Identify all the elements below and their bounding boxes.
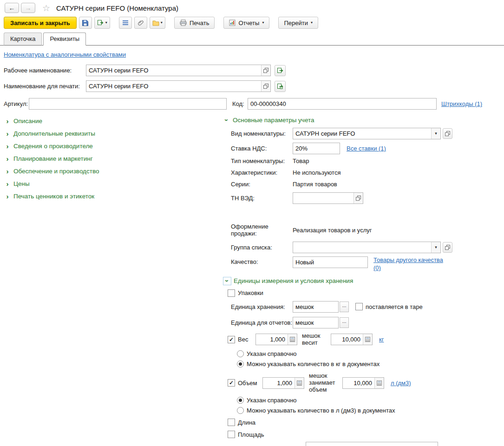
weight-checkbox[interactable]: ✓	[228, 336, 235, 343]
article-field	[29, 98, 227, 110]
report-unit-input[interactable]	[293, 317, 338, 328]
section-prices[interactable]: › Цены	[4, 180, 223, 187]
tnved-input[interactable]	[293, 193, 353, 203]
quality-input[interactable]	[293, 257, 367, 268]
weight-in-docs-radio[interactable]	[237, 361, 244, 367]
weight-reference-radio[interactable]	[237, 350, 244, 357]
section-supply-production[interactable]: › Обеспечение и производство	[4, 167, 223, 175]
forward-button[interactable]: →	[21, 3, 35, 13]
tare-label[interactable]: поставляется в таре	[366, 303, 423, 310]
weight-in-docs-label[interactable]: Можно указывать количество в кг в докуме…	[247, 361, 380, 367]
area-row: Площадь	[223, 431, 500, 438]
weight-kg-input[interactable]	[331, 334, 363, 345]
favorite-star-icon[interactable]: ☆	[42, 4, 50, 13]
list-group-input[interactable]	[293, 242, 431, 253]
based-on-icon	[97, 20, 104, 26]
chevron-glyph: ›	[5, 181, 11, 187]
all-vat-rates-link[interactable]: Все ставки (1)	[347, 145, 386, 152]
tare-checkbox[interactable]	[355, 303, 363, 310]
print-name-input[interactable]	[86, 81, 261, 92]
packaging-label[interactable]: Упаковки	[238, 289, 263, 296]
calculator-icon	[297, 380, 302, 386]
barcodes-link[interactable]: Штрихкоды (1)	[441, 100, 482, 107]
create-based-on-button[interactable]: ▾	[94, 17, 110, 29]
section-price-tags-labels[interactable]: › Печать ценников и этикеток	[4, 192, 223, 200]
volume-in-docs-radio[interactable]	[237, 407, 244, 414]
article-input[interactable]	[29, 98, 226, 109]
main-params-header[interactable]: › Основные параметры учета	[223, 116, 500, 124]
area-checkbox[interactable]	[228, 431, 235, 438]
weight-qty-calc-button[interactable]	[288, 334, 297, 345]
reports-button[interactable]: Отчеты ▾	[223, 17, 269, 29]
volume-reference-radio[interactable]	[237, 397, 244, 404]
tab-card[interactable]: Карточка	[4, 33, 42, 46]
vertical-spacer	[223, 207, 500, 223]
volume-in-docs-label[interactable]: Можно указывать количество в л (дм3) в д…	[247, 407, 395, 414]
clipped-bottom-input[interactable]	[306, 442, 438, 446]
section-additional-attributes[interactable]: › Дополнительные реквизиты	[4, 130, 223, 137]
code-input[interactable]	[248, 98, 436, 109]
print-name-open-button[interactable]	[261, 81, 270, 92]
kind-dropdown-button[interactable]: ▾	[431, 128, 440, 139]
section-manufacturer-info[interactable]: › Сведения о производителе	[4, 142, 223, 150]
list-group-label: Группа списка:	[231, 244, 293, 251]
movements-button[interactable]	[119, 17, 132, 29]
volume-l-calc-button[interactable]	[374, 378, 384, 388]
section-label: Печать ценников и этикеток	[13, 193, 94, 200]
working-name-input[interactable]	[86, 65, 261, 76]
kind-open-button[interactable]	[443, 128, 452, 139]
code-label: Код:	[232, 100, 248, 107]
kind-input[interactable]	[293, 128, 431, 139]
goto-button[interactable]: Перейти ▾	[278, 17, 318, 29]
change-group-button[interactable]: ▾	[150, 17, 165, 29]
similar-properties-link[interactable]: Номенклатура с аналогичными свойствами	[4, 51, 126, 58]
save-and-close-button[interactable]: Записать и закрыть	[4, 17, 77, 29]
article-label: Артикул:	[4, 100, 29, 107]
storage-unit-input[interactable]	[293, 302, 338, 312]
list-icon	[122, 20, 129, 26]
section-description[interactable]: › Описание	[4, 117, 223, 125]
volume-l-input[interactable]	[343, 378, 374, 388]
back-button[interactable]: ←	[5, 3, 19, 13]
volume-reference-label[interactable]: Указан справочно	[247, 397, 297, 404]
length-label[interactable]: Длина	[238, 419, 255, 426]
weight-qty-input[interactable]	[256, 334, 288, 345]
working-name-open-button[interactable]	[261, 65, 270, 76]
packaging-checkbox[interactable]	[228, 289, 235, 297]
print-name-sync-button[interactable]	[275, 81, 286, 92]
quality-label: Качество:	[231, 256, 293, 265]
kg-unit-link[interactable]: кг	[379, 336, 384, 343]
print-button[interactable]: Печать	[174, 17, 215, 29]
volume-checkbox[interactable]: ✓	[228, 379, 235, 387]
other-quality-link[interactable]: Товары другого качества (0)	[373, 256, 447, 272]
storage-unit-select-button[interactable]: ...	[340, 302, 349, 312]
chevron-glyph: ›	[224, 117, 230, 123]
report-unit-select-button[interactable]: ...	[340, 317, 349, 328]
volume-unit-link[interactable]: л (дм3)	[391, 380, 411, 387]
tnved-open-button[interactable]	[353, 193, 363, 203]
weight-reference-label[interactable]: Указан справочно	[247, 350, 297, 357]
ellipsis-icon: ...	[342, 303, 346, 308]
volume-qty-calc-button[interactable]	[295, 378, 304, 388]
volume-label[interactable]: Объем	[238, 380, 259, 387]
area-label[interactable]: Площадь	[238, 431, 264, 438]
open-icon	[445, 245, 450, 250]
vat-label: Ставка НДС:	[231, 145, 293, 152]
units-section-header[interactable]: › Единицы измерения и условия хранения	[223, 277, 500, 285]
attachments-button[interactable]	[134, 17, 147, 29]
vat-input[interactable]	[293, 143, 340, 154]
list-group-dropdown-button[interactable]: ▾	[431, 242, 440, 253]
length-checkbox[interactable]	[228, 419, 235, 426]
calculator-icon	[365, 337, 370, 342]
tab-details[interactable]: Реквизиты	[43, 33, 86, 46]
save-button[interactable]	[79, 17, 92, 29]
volume-qty-input[interactable]	[263, 378, 295, 388]
weight-label[interactable]: Вес	[238, 336, 252, 343]
list-group-open-button[interactable]	[443, 242, 452, 253]
working-name-sync-button[interactable]	[275, 65, 286, 76]
section-planning-marketing[interactable]: › Планирование и маркетинг	[4, 155, 223, 162]
open-icon	[263, 68, 268, 73]
toolbar: Записать и закрыть ▾ ▾ Печать Отчеты ▾	[0, 14, 504, 33]
weight-kg-calc-button[interactable]	[363, 334, 372, 345]
type-row: Тип номенклатуры: Товар	[223, 157, 500, 164]
